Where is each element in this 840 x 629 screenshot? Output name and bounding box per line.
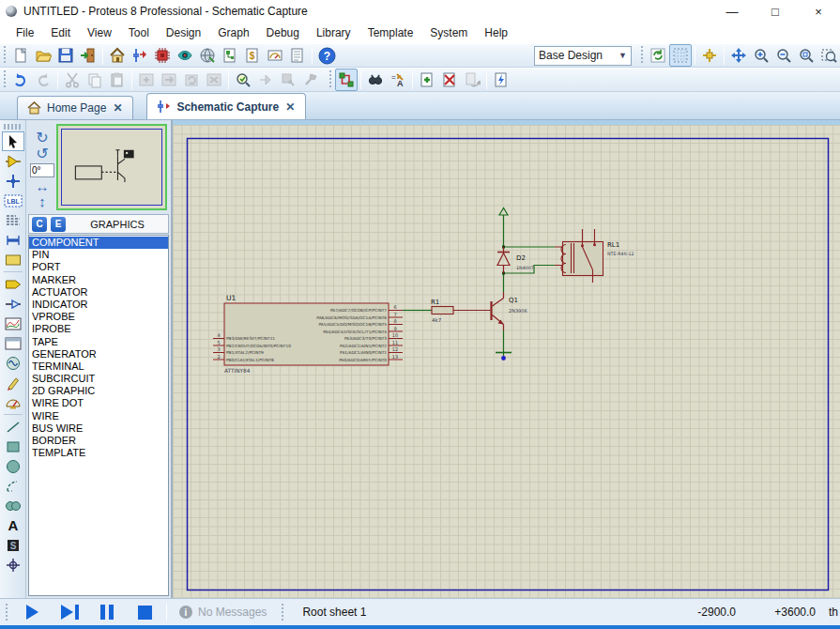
minimize-button[interactable]: — [710, 0, 754, 23]
close-button[interactable]: × [797, 0, 840, 23]
edit-mode-button[interactable]: E [51, 217, 66, 232]
selector-item-component[interactable]: COMPONENT [29, 237, 168, 249]
selector-item-subcircuit[interactable]: SUBCIRCUIT [29, 373, 168, 385]
component-u1[interactable]: U1 ATTINY84 6 7 8 9 [213, 294, 403, 374]
menu-system[interactable]: System [421, 24, 476, 41]
home-page-icon[interactable] [106, 44, 129, 67]
component-rl1[interactable]: RL1 NTE-R46-12 [555, 229, 634, 283]
selector-item-vprobe[interactable]: VPROBE [29, 311, 168, 323]
menu-design[interactable]: Design [158, 24, 209, 41]
toolbar-grip[interactable] [280, 604, 285, 621]
pause-button[interactable] [88, 602, 126, 622]
maximize-button[interactable]: □ [754, 0, 797, 23]
play-button[interactable] [13, 602, 51, 622]
toolbar-grip[interactable] [2, 46, 8, 65]
subcircuit-mode-icon[interactable] [2, 250, 24, 269]
2d-symbol-icon[interactable]: S [2, 535, 24, 555]
selector-item-indicator[interactable]: INDICATOR [29, 299, 168, 311]
flip-horizontal-icon[interactable]: ↔ [36, 180, 50, 192]
design-selector-combo[interactable]: Base Design ▼ [534, 46, 632, 66]
selector-item-iprobe[interactable]: IPROBE [29, 323, 168, 335]
menu-help[interactable]: Help [476, 24, 516, 41]
stop-button[interactable] [126, 602, 163, 622]
design-explorer-icon[interactable] [219, 44, 241, 67]
buses-mode-icon[interactable] [2, 230, 24, 250]
selector-item-wire-dot[interactable]: WIRE DOT [29, 397, 168, 409]
voltage-probe-mode-icon[interactable] [2, 373, 24, 392]
selector-item-pin[interactable]: PIN [29, 249, 168, 261]
make-device-icon[interactable] [254, 69, 277, 91]
tab-home-page[interactable]: Home Page ✕ [17, 96, 133, 119]
ground-terminal[interactable] [496, 353, 512, 361]
origin-icon[interactable] [698, 44, 721, 67]
2d-markers-icon[interactable] [2, 555, 24, 575]
text-script-mode-icon[interactable] [2, 210, 24, 230]
property-assignment-icon[interactable]: =A [387, 69, 409, 91]
toolbar-grip[interactable] [2, 70, 8, 89]
active-popup-mode-icon[interactable] [2, 333, 24, 353]
wire-label-mode-icon[interactable]: LBL [2, 191, 24, 210]
2d-circle-icon[interactable] [2, 456, 24, 476]
2d-text-icon[interactable]: A [2, 515, 24, 535]
gauge-report-icon[interactable] [264, 44, 286, 67]
selector-item-generator[interactable]: GENERATOR [29, 348, 168, 361]
2d-box-icon[interactable] [2, 437, 24, 456]
generator-mode-icon[interactable] [2, 353, 24, 373]
menu-tool[interactable]: Tool [120, 24, 158, 41]
selector-item-tape[interactable]: TAPE [29, 336, 168, 348]
schematic-drawing[interactable]: U1 ATTINY84 6 7 8 9 [173, 120, 839, 598]
tab-close-icon[interactable]: ✕ [284, 100, 296, 114]
gerber-viewer-icon[interactable] [196, 44, 219, 67]
copy-icon[interactable] [84, 69, 106, 91]
wire-autorouter-icon[interactable] [335, 69, 358, 91]
open-project-icon[interactable] [32, 44, 54, 67]
toolbar-grip[interactable] [639, 46, 645, 65]
zoom-all-icon[interactable] [795, 44, 817, 67]
block-move-icon[interactable] [158, 69, 180, 91]
toolbar-grip[interactable] [328, 70, 333, 89]
menu-debug[interactable]: Debug [258, 24, 308, 41]
new-sheet-icon[interactable] [416, 69, 438, 91]
redo-icon[interactable] [32, 69, 54, 91]
rotate-anticlockwise-icon[interactable]: ↺ [36, 147, 48, 161]
component-d2[interactable]: D2 1N4007 [497, 247, 534, 273]
menu-edit[interactable]: Edit [42, 24, 79, 41]
component-mode-icon[interactable] [2, 151, 24, 171]
2d-path-icon[interactable] [2, 496, 24, 515]
bill-of-materials-icon[interactable]: $ [241, 44, 264, 67]
selector-item-port[interactable]: PORT [29, 261, 168, 273]
flip-vertical-icon[interactable]: ↕ [38, 195, 46, 207]
electrical-rules-check-icon[interactable] [490, 69, 512, 91]
zoom-area-icon[interactable] [817, 44, 840, 67]
selector-item-bus-wire[interactable]: BUS WIRE [29, 422, 168, 435]
component-mode-button[interactable]: C [32, 217, 47, 232]
current-probe-mode-icon[interactable] [2, 392, 24, 412]
new-project-icon[interactable] [9, 44, 32, 67]
2d-line-icon[interactable] [2, 417, 24, 437]
toggle-grid-icon[interactable] [669, 44, 692, 67]
zoom-in-icon[interactable] [750, 44, 772, 67]
block-delete-icon[interactable] [203, 69, 225, 91]
undo-icon[interactable] [9, 69, 32, 91]
cut-icon[interactable] [61, 69, 84, 91]
component-q1[interactable]: Q1 2N3906 [492, 292, 527, 330]
selector-item-wire[interactable]: WIRE [29, 410, 168, 422]
zoom-out-icon[interactable] [772, 44, 795, 67]
menu-template[interactable]: Template [359, 24, 422, 41]
remove-sheet-icon[interactable] [438, 69, 461, 91]
paste-icon[interactable] [106, 69, 129, 91]
redraw-icon[interactable] [647, 44, 669, 67]
device-pins-mode-icon[interactable] [2, 294, 24, 314]
selector-item-template[interactable]: TEMPLATE [29, 447, 168, 459]
selection-mode-icon[interactable] [2, 131, 24, 151]
rotation-angle-input[interactable] [30, 163, 54, 177]
junction-dot-mode-icon[interactable] [2, 171, 24, 191]
selector-item-border[interactable]: BORDER [29, 435, 168, 447]
menu-library[interactable]: Library [308, 24, 359, 41]
block-rotate-icon[interactable] [180, 69, 203, 91]
block-copy-icon[interactable] [135, 69, 158, 91]
toolbar-grip[interactable] [4, 604, 9, 621]
search-tag-icon[interactable] [364, 69, 387, 91]
toolbar-grip[interactable] [4, 124, 23, 130]
step-button[interactable] [51, 602, 88, 622]
